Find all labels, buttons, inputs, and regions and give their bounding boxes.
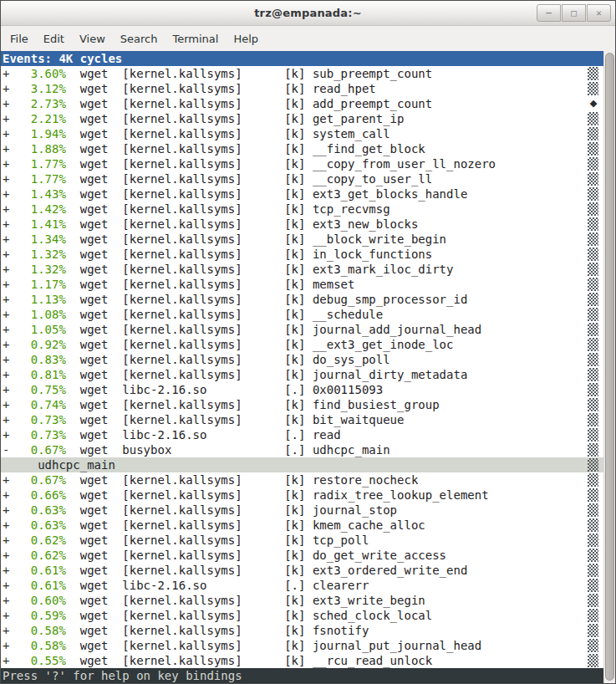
scrollbar-shade-icon: [588, 413, 598, 426]
scrollbar-shade-icon: [588, 368, 598, 381]
callchain-symbol: udhcpc_main: [3, 458, 115, 472]
perf-table-row[interactable]: - 0.67% wget busybox [.] udhcpc_main: [1, 442, 603, 457]
perf-table-row[interactable]: + 1.42% wget [kernel.kallsyms] [k] tcp_r…: [1, 202, 603, 217]
scrollbar-shade-icon: [588, 293, 598, 306]
perf-table-row[interactable]: + 0.75% wget libc-2.16.so [.] 0x00115093: [1, 382, 603, 397]
menu-file[interactable]: File: [3, 28, 36, 49]
perf-table-row[interactable]: + 1.77% wget [kernel.kallsyms] [k] __cop…: [1, 156, 603, 171]
scrollbar-shade-icon: [588, 639, 598, 652]
scrollbar[interactable]: [603, 51, 615, 683]
overhead-percent: 0.59%: [9, 609, 65, 622]
perf-table-row[interactable]: + 1.41% wget [kernel.kallsyms] [k] ext3_…: [1, 217, 603, 232]
scrollbar-shade-icon: [588, 263, 598, 276]
scrollbar-shade-icon: [588, 338, 598, 351]
titlebar[interactable]: trz@empanada:~ – □ ✕: [1, 1, 615, 26]
perf-table-row[interactable]: + 0.81% wget [kernel.kallsyms] [k] journ…: [1, 367, 603, 382]
menu-help[interactable]: Help: [226, 28, 266, 49]
menu-search[interactable]: Search: [113, 28, 165, 49]
overhead-percent: 3.60%: [9, 67, 65, 80]
perf-table-row[interactable]: + 0.55% wget [kernel.kallsyms] [k] __rcu…: [1, 653, 603, 668]
perf-table-row[interactable]: + 1.05% wget [kernel.kallsyms] [k] journ…: [1, 322, 603, 337]
row-detail: wget libc-2.16.so [.] clearerr: [66, 579, 369, 592]
scrollbar-shade-icon: [588, 624, 598, 637]
menu-edit[interactable]: Edit: [36, 28, 72, 49]
perf-table-row[interactable]: + 0.61% wget [kernel.kallsyms] [k] ext3_…: [1, 563, 603, 578]
overhead-percent: 1.32%: [9, 248, 65, 261]
maximize-button[interactable]: □: [562, 4, 586, 22]
perf-table-row[interactable]: + 0.58% wget [kernel.kallsyms] [k] journ…: [1, 638, 603, 653]
overhead-percent: 0.63%: [9, 518, 65, 532]
overhead-percent: 0.58%: [9, 624, 65, 637]
perf-table-row[interactable]: + 2.73% wget [kernel.kallsyms] [k] add_p…: [1, 96, 603, 111]
scrollbar-shade-icon: [588, 579, 598, 592]
perf-table-row[interactable]: + 1.94% wget [kernel.kallsyms] [k] syste…: [1, 126, 603, 141]
overhead-percent: 0.81%: [9, 368, 65, 381]
scrollbar-shade-icon: [588, 654, 598, 667]
overhead-percent: 0.75%: [9, 383, 65, 396]
perf-table-row[interactable]: + 0.63% wget [kernel.kallsyms] [k] journ…: [1, 503, 603, 518]
perf-table-row[interactable]: + 3.60% wget [kernel.kallsyms] [k] sub_p…: [1, 66, 603, 81]
perf-table-row[interactable]: + 0.67% wget [kernel.kallsyms] [k] resto…: [1, 472, 603, 487]
overhead-percent: 0.73%: [9, 413, 65, 426]
perf-table-row[interactable]: + 0.73% wget [kernel.kallsyms] [k] bit_w…: [1, 412, 603, 427]
terminal-viewport: Events: 4K cycles + 3.60% wget [kernel.k…: [1, 51, 615, 683]
perf-table-row[interactable]: + 1.88% wget [kernel.kallsyms] [k] __fin…: [1, 141, 603, 156]
perf-table-row[interactable]: + 1.13% wget [kernel.kallsyms] [k] debug…: [1, 292, 603, 307]
perf-table-row[interactable]: + 0.62% wget [kernel.kallsyms] [k] tcp_p…: [1, 533, 603, 548]
row-detail: wget [kernel.kallsyms] [k] bit_waitqueue: [66, 413, 405, 426]
overhead-percent: 1.77%: [9, 157, 65, 171]
perf-table-row[interactable]: + 0.61% wget libc-2.16.so [.] clearerr: [1, 578, 603, 593]
overhead-percent: 1.32%: [9, 263, 65, 276]
row-detail: wget [kernel.kallsyms] [k] __rcu_read_un…: [66, 654, 432, 667]
row-detail: wget libc-2.16.so [.] 0x00115093: [66, 383, 383, 396]
perf-table-row[interactable]: + 1.77% wget [kernel.kallsyms] [k] __cop…: [1, 171, 603, 186]
minimize-button[interactable]: –: [537, 4, 561, 22]
perf-table-row[interactable]: + 0.92% wget [kernel.kallsyms] [k] __ext…: [1, 337, 603, 352]
perf-table-row[interactable]: + 0.74% wget [kernel.kallsyms] [k] find_…: [1, 397, 603, 412]
menu-view[interactable]: View: [72, 28, 113, 49]
callchain-row-selected[interactable]: udhcpc_main: [1, 457, 603, 472]
row-detail: wget [kernel.kallsyms] [k] system_call: [66, 127, 390, 140]
scrollbar-shade-icon: [588, 187, 598, 201]
perf-table-row[interactable]: + 1.08% wget [kernel.kallsyms] [k] __sch…: [1, 307, 603, 322]
scrollbar-shade-icon: [588, 82, 598, 95]
scrollbar-shade-icon: [588, 278, 598, 291]
close-button[interactable]: ✕: [587, 4, 611, 22]
perf-table-row[interactable]: + 0.63% wget [kernel.kallsyms] [k] kmem_…: [1, 518, 603, 533]
perf-table-row[interactable]: + 1.43% wget [kernel.kallsyms] [k] ext3_…: [1, 186, 603, 202]
perf-table-row[interactable]: + 1.17% wget [kernel.kallsyms] [k] memse…: [1, 277, 603, 292]
scrollbar-shade-icon: [588, 473, 598, 487]
overhead-percent: 0.73%: [9, 428, 65, 442]
perf-table-row[interactable]: + 0.58% wget [kernel.kallsyms] [k] fsnot…: [1, 623, 603, 638]
row-detail: wget [kernel.kallsyms] [k] radix_tree_lo…: [66, 488, 489, 502]
perf-table-row[interactable]: + 0.59% wget [kernel.kallsyms] [k] sched…: [1, 608, 603, 623]
row-detail: wget [kernel.kallsyms] [k] journal_add_j…: [66, 323, 481, 336]
overhead-percent: 0.62%: [9, 533, 65, 547]
perf-table-row[interactable]: + 0.60% wget [kernel.kallsyms] [k] ext3_…: [1, 593, 603, 608]
overhead-percent: 2.73%: [9, 97, 65, 110]
perf-table-row[interactable]: + 1.32% wget [kernel.kallsyms] [k] in_lo…: [1, 247, 603, 262]
perf-table-row[interactable]: + 0.62% wget [kernel.kallsyms] [k] do_ge…: [1, 548, 603, 563]
row-detail: wget [kernel.kallsyms] [k] journal_dirty…: [66, 368, 467, 381]
scrollbar-shade-icon: [588, 383, 598, 396]
scrollbar-thumb[interactable]: [605, 53, 614, 681]
scrollbar-shade-icon: [588, 142, 598, 156]
perf-table-row[interactable]: + 0.66% wget [kernel.kallsyms] [k] radix…: [1, 487, 603, 503]
scrollbar-shade-icon: [588, 564, 598, 577]
scrollbar-shade-icon: [588, 172, 598, 186]
row-detail: wget [kernel.kallsyms] [k] __block_write…: [66, 232, 446, 246]
maximize-icon: □: [571, 8, 577, 18]
scrollbar-shade-icon: [588, 533, 598, 547]
perf-table-row[interactable]: + 1.32% wget [kernel.kallsyms] [k] ext3_…: [1, 262, 603, 277]
perf-table-row[interactable]: + 3.12% wget [kernel.kallsyms] [k] read_…: [1, 81, 603, 96]
overhead-percent: 0.74%: [9, 398, 65, 411]
scrollbar-shade-icon: [588, 503, 598, 517]
perf-table-row[interactable]: + 0.73% wget libc-2.16.so [.] read: [1, 427, 603, 442]
overhead-percent: 0.67%: [9, 473, 65, 487]
perf-table-row[interactable]: + 0.83% wget [kernel.kallsyms] [k] do_sy…: [1, 352, 603, 367]
perf-table-row[interactable]: + 1.34% wget [kernel.kallsyms] [k] __blo…: [1, 232, 603, 247]
perf-table-row[interactable]: + 2.21% wget [kernel.kallsyms] [k] get_p…: [1, 111, 603, 126]
menu-terminal[interactable]: Terminal: [165, 28, 226, 49]
scrollbar-shade-icon: [588, 549, 598, 562]
overhead-percent: 1.41%: [9, 217, 65, 231]
